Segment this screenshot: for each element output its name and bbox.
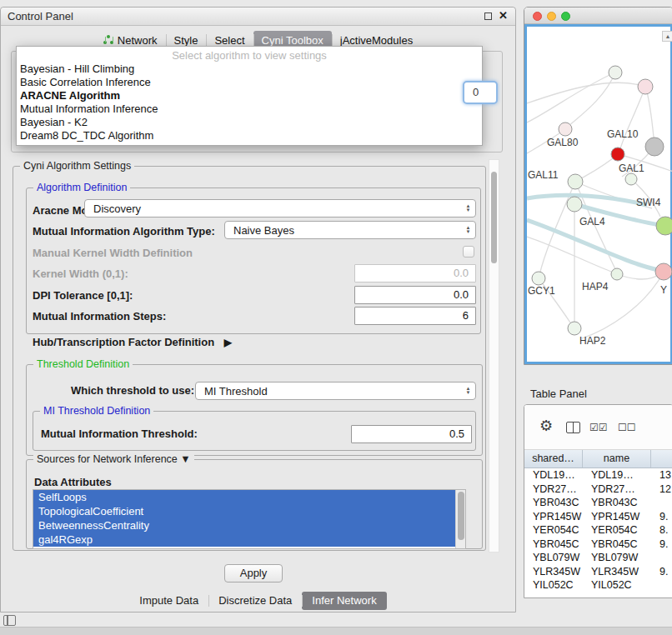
- mi-type-label: Mutual Information Algorithm Type:: [33, 225, 215, 238]
- gear-icon[interactable]: ⚙: [539, 417, 553, 435]
- node-label: GAL4: [579, 216, 605, 228]
- settings-scrollbar[interactable]: [489, 159, 499, 552]
- data-attributes-label: Data Attributes: [34, 476, 112, 488]
- bottom-tab-infer-network[interactable]: Infer Network: [302, 592, 386, 610]
- settings-scrollbar-thumb[interactable]: [491, 172, 497, 263]
- attribute-selfloops[interactable]: SelfLoops: [33, 490, 455, 504]
- table-row[interactable]: YLR345WYLR345W9.: [524, 565, 672, 579]
- network-edge[interactable]: [619, 87, 645, 152]
- kernel-width-input[interactable]: 0.0: [354, 264, 476, 282]
- list-scrollbar-thumb[interactable]: [458, 492, 464, 540]
- network-node[interactable]: [609, 66, 622, 79]
- manual-kernel-checkbox[interactable]: [463, 246, 474, 258]
- network-edge[interactable]: [617, 273, 660, 279]
- algorithm-option-dream8-dc-tdc-algorithm[interactable]: Dream8 DC_TDC Algorithm: [17, 129, 482, 142]
- network-node[interactable]: [532, 272, 545, 285]
- which-threshold-select[interactable]: MI Threshold ▲▼: [195, 382, 476, 400]
- algorithm-option-bayesian-k2[interactable]: Bayesian - K2: [17, 116, 482, 129]
- zoom-traffic-light[interactable]: [561, 12, 570, 21]
- aracne-mode-select[interactable]: Discovery ▲▼: [84, 199, 476, 218]
- apply-button[interactable]: Apply: [224, 564, 283, 582]
- table-row[interactable]: YPR145WYPR145W9.: [524, 510, 672, 524]
- attribute-gal4rgexp[interactable]: gal4RGexp: [33, 532, 455, 547]
- table-cell: YPR145W: [524, 510, 583, 524]
- table-cell: YBR043C: [524, 496, 583, 510]
- algorithm-option-mutual-information-inference[interactable]: Mutual Information Inference: [17, 102, 482, 116]
- network-node[interactable]: [567, 197, 582, 212]
- mi-threshold-group-title: MI Threshold Definition: [40, 405, 153, 417]
- network-node[interactable]: [611, 268, 623, 280]
- network-window-titlebar[interactable]: [524, 8, 672, 24]
- network-node[interactable]: [568, 174, 583, 189]
- network-node[interactable]: [611, 148, 624, 161]
- table-row[interactable]: YBR045CYBR045C9.: [524, 538, 672, 552]
- mi-steps-input[interactable]: 6: [354, 307, 476, 325]
- bottom-tab-impute-data[interactable]: Impute Data: [129, 592, 208, 610]
- list-scrollbar[interactable]: [455, 490, 465, 548]
- network-edge[interactable]: [527, 237, 614, 272]
- algorithm-option-aracne-algorithm[interactable]: ARACNE Algorithm: [17, 89, 482, 102]
- network-edge[interactable]: [567, 72, 615, 128]
- column-header-name[interactable]: name: [583, 450, 651, 468]
- table-row[interactable]: YBL079WYBL079W: [524, 551, 672, 565]
- columns-icon[interactable]: [566, 422, 580, 433]
- network-view-window: GAL10GAL80GAL11GAL1SWI4GAL4GCY1HAP4HAP2Y…: [524, 7, 672, 365]
- tab-label: jActiveModules: [340, 34, 413, 47]
- network-canvas[interactable]: GAL10GAL80GAL11GAL1SWI4GAL4GCY1HAP4HAP2Y…: [524, 24, 672, 364]
- column-header-shared[interactable]: shared…: [524, 450, 583, 468]
- minimize-traffic-light[interactable]: [547, 12, 556, 21]
- close-icon[interactable]: ✕: [499, 9, 508, 22]
- table-row[interactable]: YBR043CYBR043C: [524, 496, 672, 510]
- mi-threshold-input[interactable]: 0.5: [351, 425, 472, 443]
- sources-group-title[interactable]: Sources for Network Inference ▼: [33, 453, 194, 465]
- scroll-up-icon[interactable]: ▲: [662, 31, 672, 42]
- footer-bar: [0, 627, 672, 635]
- close-traffic-light[interactable]: [533, 12, 542, 21]
- table-row[interactable]: YDR27…YDR27…12: [524, 482, 672, 497]
- dpi-tolerance-input[interactable]: 0.0: [354, 286, 476, 304]
- bottom-tab-discretize-data[interactable]: Discretize Data: [208, 592, 302, 610]
- network-node[interactable]: [559, 122, 572, 136]
- deselect-columns-icon[interactable]: ☐☐: [618, 422, 636, 433]
- network-edge-thick[interactable]: [527, 220, 659, 270]
- control-panel-titlebar[interactable]: Control Panel ✕: [1, 8, 515, 26]
- table-cell: 12: [651, 482, 672, 497]
- attribute-betweennesscentrality[interactable]: BetweennessCentrality: [33, 518, 455, 532]
- collapse-right-icon: ▶: [224, 337, 232, 348]
- mi-type-select[interactable]: Naive Bayes ▲▼: [224, 221, 476, 239]
- data-attributes-list[interactable]: SelfLoopsTopologicalCoefficientBetweenne…: [33, 489, 466, 549]
- table-cell: YLR345W: [524, 565, 583, 579]
- hub-definition-expander[interactable]: Hub/Transcription Factor Definition ▶: [33, 336, 232, 348]
- network-node[interactable]: [656, 217, 672, 235]
- network-node[interactable]: [645, 138, 664, 156]
- table-row[interactable]: YIL052CYIL052C: [524, 578, 672, 592]
- mi-threshold-label: Mutual Information Threshold:: [41, 428, 198, 440]
- table-cell: YDL19…: [583, 468, 651, 482]
- table-row[interactable]: YER054CYER054C8.: [524, 523, 672, 538]
- tab-label: Select: [214, 34, 244, 47]
- panel-toggle-icon[interactable]: [3, 615, 16, 626]
- network-edge[interactable]: [527, 72, 615, 122]
- expand-down-icon: ▼: [180, 453, 190, 465]
- network-node[interactable]: [638, 79, 653, 94]
- table-cell: [651, 496, 672, 510]
- table-cell: YBL079W: [524, 551, 583, 565]
- node-label: HAP2: [579, 335, 606, 347]
- float-window-icon[interactable]: [484, 12, 492, 20]
- table-cell: [651, 578, 672, 592]
- network-edge[interactable]: [527, 82, 645, 103]
- select-columns-icon[interactable]: ☑☑: [589, 422, 608, 433]
- table-row[interactable]: YDL19…YDL19…13: [524, 468, 672, 482]
- network-edge-thick[interactable]: [527, 195, 647, 205]
- table-body: YDL19…YDL19…13YDR27…YDR27…12YBR043CYBR04…: [524, 468, 672, 598]
- table-cell: YLR345W: [583, 565, 651, 579]
- network-node[interactable]: [568, 322, 581, 335]
- network-node[interactable]: [625, 173, 637, 185]
- algorithm-option-basic-correlation-inference[interactable]: Basic Correlation Inference: [17, 76, 482, 89]
- column-header-extra[interactable]: [651, 450, 672, 468]
- table-cell: 9.: [651, 510, 672, 524]
- focused-spinner-field[interactable]: 0: [463, 81, 498, 104]
- attribute-topologicalcoefficient[interactable]: TopologicalCoefficient: [33, 504, 455, 518]
- network-node[interactable]: [655, 263, 672, 280]
- algorithm-option-bayesian-hill-climbing[interactable]: Bayesian - Hill Climbing: [17, 62, 482, 76]
